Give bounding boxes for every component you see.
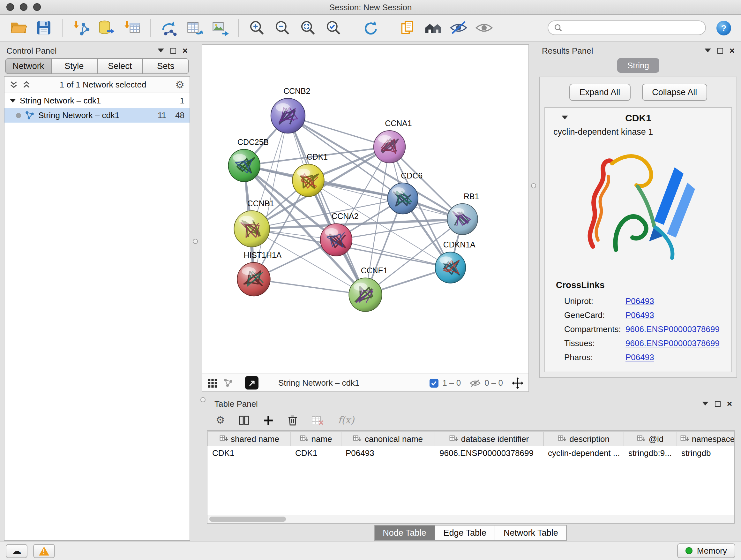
- tab-network[interactable]: Network: [5, 58, 52, 74]
- zoom-out-button[interactable]: [271, 17, 294, 39]
- apply-layout-button[interactable]: [359, 17, 382, 39]
- column-header-canonical-name[interactable]: canonical name: [341, 431, 435, 446]
- tab-style[interactable]: Style: [51, 58, 98, 74]
- column-header-namespace[interactable]: namespace: [677, 431, 735, 446]
- column-header-id[interactable]: @id: [624, 431, 677, 446]
- zoom-selected-button[interactable]: [322, 17, 345, 39]
- home-button[interactable]: [421, 17, 445, 39]
- network-node-CCNA1[interactable]: CCNA1: [374, 119, 412, 163]
- crosslink-link[interactable]: 9606.ENSP00000378699: [625, 324, 720, 334]
- grid-view-icon[interactable]: [207, 378, 218, 388]
- collapse-panel-icon[interactable]: [158, 49, 164, 52]
- float-panel-icon[interactable]: [718, 48, 723, 53]
- delete-icon[interactable]: [287, 415, 298, 426]
- column-header-name[interactable]: name: [291, 431, 341, 446]
- new-table-button[interactable]: [183, 17, 206, 39]
- import-table-from-file-button[interactable]: [120, 17, 144, 39]
- vertical-splitter-right[interactable]: [529, 44, 539, 392]
- network-node-CDKN1A[interactable]: CDKN1A: [435, 240, 475, 283]
- table-row[interactable]: CDK1 CDK1 P06493 9606.ENSP00000378699 cy…: [208, 446, 735, 460]
- zoom-in-button[interactable]: [245, 17, 269, 39]
- tab-node-table[interactable]: Node Table: [374, 525, 435, 541]
- cell-id[interactable]: stringdb:9...: [624, 446, 677, 460]
- detach-view-button[interactable]: [245, 376, 259, 389]
- documents-button[interactable]: [396, 17, 419, 39]
- tab-select[interactable]: Select: [97, 58, 143, 74]
- minimize-window-button[interactable]: [20, 3, 27, 11]
- crosslink-link[interactable]: 9606.ENSP00000378699: [625, 338, 720, 348]
- tab-sets[interactable]: Sets: [143, 58, 189, 74]
- hidden-eye-slash-icon[interactable]: [470, 378, 481, 387]
- cell-database-identifier[interactable]: 9606.ENSP00000378699: [435, 446, 543, 460]
- network-node-RB1[interactable]: RB1: [447, 192, 479, 234]
- expand-all-icon[interactable]: [22, 80, 30, 89]
- network-node-HIST1H1A[interactable]: HIST1H1A: [237, 251, 281, 296]
- hide-annotations-button[interactable]: [447, 17, 470, 39]
- zoom-window-button[interactable]: [33, 3, 41, 11]
- cell-canonical-name[interactable]: P06493: [341, 446, 435, 460]
- memory-button[interactable]: Memory: [677, 543, 735, 558]
- pan-move-icon[interactable]: [512, 377, 523, 388]
- gear-icon[interactable]: ⚙: [175, 79, 185, 90]
- zoom-fit-button[interactable]: [296, 17, 320, 39]
- section-expander-icon[interactable]: [562, 116, 568, 119]
- network-view-icon[interactable]: [223, 378, 233, 388]
- warnings-button[interactable]: [33, 544, 55, 558]
- network-node-CCNB1[interactable]: CCNB1: [234, 199, 274, 247]
- close-panel-icon[interactable]: ×: [730, 46, 735, 55]
- close-panel-icon[interactable]: ×: [183, 46, 188, 55]
- table-header-row: shared name name canonical name database…: [208, 431, 735, 446]
- cell-name[interactable]: CDK1: [291, 446, 341, 460]
- collapse-panel-icon[interactable]: [704, 49, 711, 52]
- crosslink-link[interactable]: P06493: [625, 296, 654, 306]
- network-canvas[interactable]: CCNB2CCNA1CDC25BCDK1CDC6RB1CCNB1CCNA2CDK…: [202, 45, 529, 374]
- cloud-button[interactable]: ☁: [6, 544, 27, 558]
- import-network-from-file-button[interactable]: [69, 17, 92, 39]
- crosslink-link[interactable]: P06493: [625, 352, 654, 362]
- columns-icon[interactable]: [239, 415, 250, 426]
- close-panel-icon[interactable]: ×: [727, 399, 732, 408]
- export-image-button[interactable]: [208, 17, 232, 39]
- tab-network-table[interactable]: Network Table: [495, 525, 567, 541]
- cell-shared-name[interactable]: CDK1: [208, 446, 291, 460]
- cell-description[interactable]: cyclin-dependent ...: [543, 446, 624, 460]
- float-panel-icon[interactable]: [171, 48, 176, 53]
- splitter-handle[interactable]: [200, 397, 205, 402]
- add-column-icon[interactable]: [263, 415, 274, 426]
- new-network-from-selection-button[interactable]: [157, 17, 181, 39]
- cell-namespace[interactable]: stringdb: [677, 446, 735, 460]
- show-annotations-button[interactable]: [472, 17, 496, 39]
- vertical-splitter-left[interactable]: [190, 44, 202, 392]
- open-session-button[interactable]: [6, 17, 30, 39]
- network-node-CDC25B[interactable]: CDC25B: [228, 137, 269, 182]
- tab-edge-table[interactable]: Edge Table: [434, 525, 495, 541]
- crosslink-link[interactable]: P06493: [625, 310, 654, 320]
- gear-icon[interactable]: ⚙: [216, 415, 225, 425]
- tree-expander-icon[interactable]: [10, 99, 16, 102]
- network-collection-row[interactable]: String Network – cdk1 1: [4, 93, 190, 108]
- column-header-shared-name[interactable]: shared name: [208, 431, 291, 446]
- node-label-CCNA1: CCNA1: [385, 119, 412, 128]
- network-graph[interactable]: CCNB2CCNA1CDC25BCDK1CDC6RB1CCNB1CCNA2CDK…: [202, 45, 529, 374]
- save-session-button[interactable]: [32, 17, 56, 39]
- help-button[interactable]: ?: [716, 19, 732, 36]
- gene-name: CDK1: [625, 112, 651, 123]
- collapse-panel-icon[interactable]: [702, 401, 709, 406]
- float-panel-icon[interactable]: [715, 401, 721, 407]
- column-header-database-identifier[interactable]: database identifier: [435, 431, 543, 446]
- search-input[interactable]: [566, 23, 699, 33]
- import-network-from-database-button[interactable]: [94, 17, 118, 39]
- collapse-all-button[interactable]: Collapse All: [642, 84, 707, 101]
- splitter-handle[interactable]: [531, 183, 536, 188]
- crosslink-label: Uniprot:: [564, 296, 625, 306]
- scrollbar-thumb[interactable]: [209, 516, 286, 522]
- splitter-handle[interactable]: [193, 239, 198, 244]
- collapse-all-icon[interactable]: [10, 80, 18, 89]
- close-window-button[interactable]: [6, 3, 14, 11]
- network-row[interactable]: String Network – cdk1 11 48: [4, 108, 190, 123]
- expand-all-button[interactable]: Expand All: [569, 84, 630, 101]
- results-tab-string[interactable]: String: [617, 58, 659, 73]
- horizontal-scrollbar[interactable]: [207, 515, 734, 523]
- selected-nodes-icon[interactable]: [429, 378, 439, 387]
- column-header-description[interactable]: description: [543, 431, 624, 446]
